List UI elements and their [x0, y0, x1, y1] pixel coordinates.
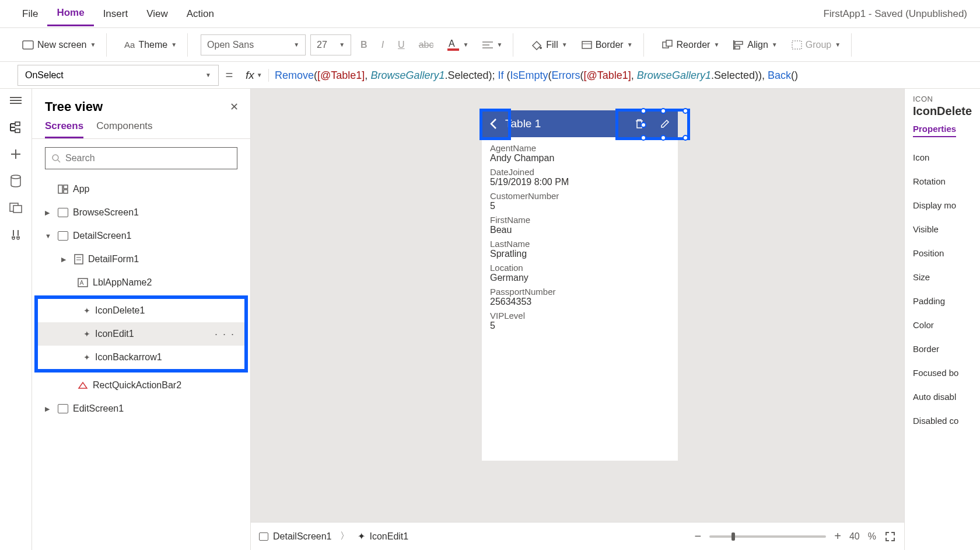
fill-button[interactable]: Fill ▼: [526, 34, 572, 55]
prop-row[interactable]: Focused bo: [913, 361, 980, 385]
tree-item-detailscreen[interactable]: ▼ DetailScreen1: [32, 224, 250, 248]
font-value: Open Sans: [207, 40, 254, 50]
tree-item-detailform[interactable]: ▶ DetailForm1: [32, 248, 250, 271]
reorder-label: Reorder: [677, 40, 710, 50]
breadcrumb-iconedit[interactable]: ✦ IconEdit1: [358, 531, 409, 542]
tree-title: Tree view: [45, 99, 103, 114]
control-icon: ✦: [358, 531, 365, 542]
text-align-button[interactable]: ▼: [478, 34, 507, 55]
screen-icon: [259, 532, 268, 541]
group-icon: [792, 40, 802, 50]
bold-button[interactable]: B: [356, 34, 372, 55]
prop-row[interactable]: Position: [913, 241, 980, 265]
add-icon[interactable]: [9, 147, 23, 161]
prop-row[interactable]: Border: [913, 337, 980, 361]
left-rail: [0, 89, 32, 550]
paint-bucket-icon: [531, 40, 542, 50]
prop-row[interactable]: Rotation: [913, 169, 980, 193]
group-button[interactable]: Group ▼: [787, 34, 845, 55]
field-value: Germany: [490, 273, 670, 283]
canvas-area[interactable]: Table 1 AgentNameAndy ChampanDateJoined5…: [251, 89, 904, 522]
zoom-slider[interactable]: [709, 535, 826, 538]
fx-button[interactable]: fx ▼: [240, 69, 269, 82]
theme-label: Theme: [138, 40, 167, 50]
field-row: PassportNumber25634353: [490, 287, 670, 307]
search-input[interactable]: [65, 153, 231, 163]
menu-home[interactable]: Home: [47, 1, 93, 26]
svg-marker-37: [79, 382, 87, 388]
more-icon[interactable]: · · ·: [215, 328, 235, 340]
svg-rect-8: [582, 41, 592, 48]
prop-row[interactable]: Size: [913, 265, 980, 289]
properties-panel: ICON IconDelete Properties IconRotationD…: [904, 89, 980, 550]
align-button[interactable]: Align ▼: [729, 34, 782, 55]
svg-rect-13: [735, 41, 743, 44]
formula-input[interactable]: Remove([@Table1], BrowseGallery1.Selecte…: [269, 69, 980, 82]
ribbon: New screen ▼ Aa Theme ▼ Open Sans ▼ 27 ▼…: [0, 28, 980, 62]
reorder-button[interactable]: Reorder ▼: [657, 34, 724, 55]
field-value: Spratling: [490, 249, 670, 259]
italic-button[interactable]: I: [377, 34, 388, 55]
tok-err: Errors: [552, 69, 580, 81]
reorder-icon: [662, 40, 673, 50]
media-icon[interactable]: [9, 201, 23, 215]
hamburger-icon[interactable]: [9, 93, 23, 107]
field-value: 5/19/2019 8:00 PM: [490, 177, 670, 187]
tree-item-icondelete[interactable]: ✦ IconDelete1: [38, 299, 244, 322]
field-value: 5: [490, 321, 670, 331]
menu-file[interactable]: File: [13, 2, 47, 26]
chevron-down-icon: ▼: [496, 41, 502, 48]
border-button[interactable]: Border ▼: [577, 34, 638, 55]
prop-row[interactable]: Visible: [913, 217, 980, 241]
menu-view[interactable]: View: [137, 2, 177, 26]
tree-item-app[interactable]: App: [32, 177, 250, 201]
font-color-button[interactable]: A ▼: [443, 34, 473, 55]
menu-insert[interactable]: Insert: [94, 2, 138, 26]
tok-if: If: [498, 69, 503, 81]
data-icon[interactable]: [9, 174, 23, 188]
underline-button[interactable]: U: [393, 34, 410, 55]
prop-row[interactable]: Auto disabl: [913, 385, 980, 409]
zoom-in-button[interactable]: +: [834, 530, 841, 543]
breadcrumb-detailscreen[interactable]: DetailScreen1: [259, 531, 332, 542]
svg-line-29: [58, 160, 60, 162]
expand-icon[interactable]: [884, 531, 896, 542]
align-icon: [733, 40, 744, 50]
tab-screens[interactable]: Screens: [45, 120, 83, 138]
menu-action[interactable]: Action: [177, 2, 223, 26]
font-select[interactable]: Open Sans ▼: [201, 34, 306, 55]
tree-item-rect[interactable]: RectQuickActionBar2: [32, 374, 250, 397]
tree-item-lblappname[interactable]: LblAppName2: [32, 271, 250, 294]
prop-row[interactable]: Color: [913, 313, 980, 337]
tree-search[interactable]: [45, 147, 237, 169]
chevron-down-icon: ▼: [463, 41, 468, 48]
strike-button[interactable]: abc: [414, 34, 439, 55]
tools-icon[interactable]: [9, 228, 23, 242]
form-icon: [74, 254, 83, 264]
field-row: LocationGermany: [490, 263, 670, 283]
tree-item-iconback[interactable]: ✦ IconBackarrow1: [38, 346, 244, 369]
tab-components[interactable]: Components: [96, 120, 152, 138]
property-select[interactable]: OnSelect ▼: [18, 65, 219, 86]
svg-rect-14: [735, 46, 740, 49]
crumb-label: IconEdit1: [370, 531, 409, 542]
close-icon[interactable]: ✕: [230, 100, 239, 113]
prop-row[interactable]: Display mo: [913, 193, 980, 217]
tree-item-browsescreen[interactable]: ▶ BrowseScreen1: [32, 201, 250, 224]
tree-item-iconedit[interactable]: ✦ IconEdit1 · · ·: [38, 322, 244, 346]
prop-row[interactable]: Padding: [913, 289, 980, 313]
prop-row[interactable]: Icon: [913, 145, 980, 169]
tree-label: LblAppName2: [93, 277, 152, 288]
zoom-out-button[interactable]: −: [695, 530, 702, 543]
tree-view-icon[interactable]: [9, 120, 23, 134]
theme-button[interactable]: Aa Theme ▼: [120, 34, 181, 55]
fontsize-select[interactable]: 27 ▼: [310, 34, 351, 55]
prop-row[interactable]: Disabled co: [913, 409, 980, 433]
prop-tab-properties[interactable]: Properties: [913, 124, 956, 137]
tree-item-editscreen[interactable]: ▶ EditScreen1: [32, 397, 250, 420]
svg-point-23: [11, 175, 20, 179]
chevron-down-icon: ▼: [171, 41, 177, 48]
chevron-down-icon: ▼: [205, 72, 211, 78]
new-screen-button[interactable]: New screen ▼: [18, 34, 100, 55]
screen-icon: [58, 208, 68, 217]
